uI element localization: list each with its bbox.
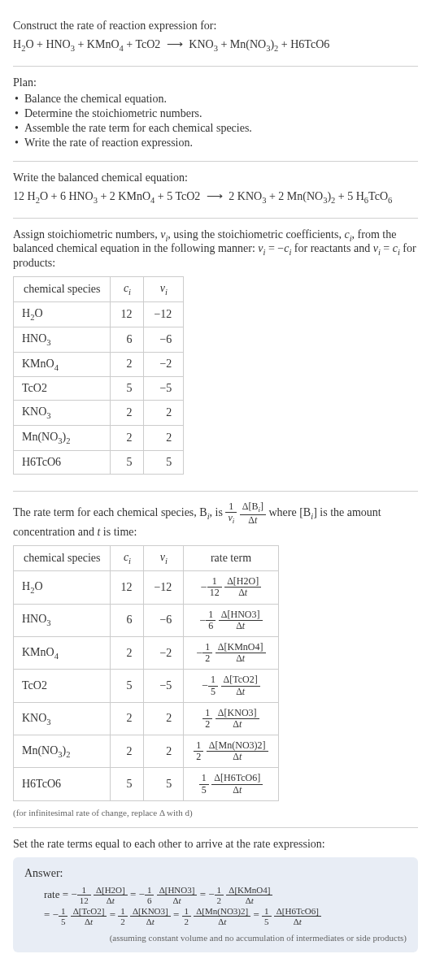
rate-term-section: The rate term for each chemical species,…	[13, 492, 418, 828]
v-cell: 2	[144, 702, 184, 735]
species-cell: KMnO4	[14, 636, 111, 669]
c-cell: 2	[111, 636, 144, 669]
plan-item: Write the rate of reaction expression.	[13, 137, 418, 150]
plan-list: Balance the chemical equation. Determine…	[13, 93, 418, 150]
table-header: ci	[111, 546, 144, 571]
plan-section: Plan: Balance the chemical equation. Det…	[13, 67, 418, 162]
v-cell: −2	[144, 352, 184, 377]
table-row: KNO3 2 2 12 Δ[KNO3]Δt	[14, 702, 279, 735]
species-cell: HNO3	[14, 327, 111, 352]
v-cell: 5	[144, 768, 184, 800]
rate-term-cell: 12 Δ[KNO3]Δt	[184, 702, 278, 735]
table-row: TcO2 5 −5 −15 Δ[TcO2]Δt	[14, 670, 279, 702]
table-header: νi	[144, 546, 184, 571]
c-cell: 2	[111, 401, 144, 426]
answer-note: (assuming constant volume and no accumul…	[24, 933, 407, 943]
rate-term-cell: −12 Δ[KMnO4]Δt	[184, 636, 278, 669]
answer-label: Answer:	[24, 867, 407, 880]
table-row: TcO25−5	[14, 377, 184, 401]
stoich-section: Assign stoichiometric numbers, νi, using…	[13, 219, 418, 492]
plan-item: Determine the stoichiometric numbers.	[13, 107, 418, 120]
c-cell: 2	[111, 735, 144, 768]
plan-label: Plan:	[13, 76, 418, 89]
prompt-text: Construct the rate of reaction expressio…	[13, 20, 418, 33]
balanced-label: Write the balanced chemical equation:	[13, 171, 418, 184]
c-cell: 2	[111, 702, 144, 735]
c-cell: 6	[111, 327, 144, 352]
species-cell: KMnO4	[14, 352, 111, 377]
v-cell: −12	[144, 301, 184, 327]
table-row: KNO322	[14, 401, 184, 426]
species-cell: H2O	[14, 301, 111, 327]
answer-equation: rate = −112 Δ[H2O]Δt = −16 Δ[HNO3]Δt = −…	[24, 885, 407, 926]
v-cell: −6	[144, 327, 184, 352]
v-cell: 2	[144, 426, 184, 451]
answer-box: Answer: rate = −112 Δ[H2O]Δt = −16 Δ[HNO…	[13, 857, 418, 952]
c-cell: 12	[111, 571, 144, 604]
species-cell: TcO2	[14, 670, 111, 702]
set-equal-section: Set the rate terms equal to each other t…	[13, 828, 418, 962]
rate-term-cell: −112 Δ[H2O]Δt	[184, 571, 278, 604]
table-row: H6TcO6 5 5 15 Δ[H6TcO6]Δt	[14, 768, 279, 800]
species-cell: H6TcO6	[14, 450, 111, 474]
species-cell: HNO3	[14, 604, 111, 636]
table-header: rate term	[184, 546, 278, 571]
balanced-equation: 12 H2O + 6 HNO3 + 2 KMnO4 + 5 TcO2 ⟶ 2 K…	[13, 189, 418, 205]
plan-item: Balance the chemical equation.	[13, 93, 418, 106]
species-cell: Mn(NO3)2	[14, 735, 111, 768]
c-cell: 5	[111, 377, 144, 401]
table-header: ci	[111, 277, 144, 302]
balanced-section: Write the balanced chemical equation: 12…	[13, 162, 418, 219]
c-cell: 5	[111, 670, 144, 702]
intro-section: Construct the rate of reaction expressio…	[13, 10, 418, 67]
species-cell: KNO3	[14, 401, 111, 426]
table-row: H6TcO655	[14, 450, 184, 474]
c-cell: 2	[111, 426, 144, 451]
species-cell: KNO3	[14, 702, 111, 735]
stoich-intro: Assign stoichiometric numbers, νi, using…	[13, 228, 418, 271]
rate-term-cell: 12 Δ[Mn(NO3)2]Δt	[184, 735, 278, 768]
v-cell: 2	[144, 401, 184, 426]
unbalanced-equation: H2O + HNO3 + KMnO4 + TcO2 ⟶ KNO3 + Mn(NO…	[13, 37, 418, 53]
rate-term-cell: 15 Δ[H6TcO6]Δt	[184, 768, 278, 800]
table-row: HNO36−6	[14, 327, 184, 352]
plan-item: Assemble the rate term for each chemical…	[13, 122, 418, 135]
table-header: νi	[144, 277, 184, 302]
rate-term-cell: −15 Δ[TcO2]Δt	[184, 670, 278, 702]
v-cell: 5	[144, 450, 184, 474]
table-row: H2O 12 −12 −112 Δ[H2O]Δt	[14, 571, 279, 604]
table-row: H2O12−12	[14, 301, 184, 327]
c-cell: 2	[111, 352, 144, 377]
v-cell: −2	[144, 636, 184, 669]
species-cell: H6TcO6	[14, 768, 111, 800]
v-cell: −5	[144, 670, 184, 702]
species-cell: Mn(NO3)2	[14, 426, 111, 451]
set-equal-text: Set the rate terms equal to each other t…	[13, 838, 418, 851]
rate-prefix: rate =	[44, 888, 71, 900]
species-cell: H2O	[14, 571, 111, 604]
rate-term-table: chemical species ci νi rate term H2O 12 …	[13, 545, 279, 800]
table-row: KMnO4 2 −2 −12 Δ[KMnO4]Δt	[14, 636, 279, 669]
c-cell: 6	[111, 604, 144, 636]
v-cell: −12	[144, 571, 184, 604]
table-row: KMnO42−2	[14, 352, 184, 377]
rate-intro: The rate term for each chemical species,…	[13, 501, 418, 539]
table-row: Mn(NO3)2 2 2 12 Δ[Mn(NO3)2]Δt	[14, 735, 279, 768]
rate-term-cell: −16 Δ[HNO3]Δt	[184, 604, 278, 636]
table-header: chemical species	[14, 277, 111, 302]
v-cell: −5	[144, 377, 184, 401]
stoich-table: chemical species ci νi H2O12−12 HNO36−6 …	[13, 276, 184, 475]
c-cell: 5	[111, 768, 144, 800]
c-cell: 12	[111, 301, 144, 327]
v-cell: 2	[144, 735, 184, 768]
infinitesimal-note: (for infinitesimal rate of change, repla…	[13, 808, 418, 817]
table-row: Mn(NO3)222	[14, 426, 184, 451]
table-header: chemical species	[14, 546, 111, 571]
c-cell: 5	[111, 450, 144, 474]
v-cell: −6	[144, 604, 184, 636]
table-row: HNO3 6 −6 −16 Δ[HNO3]Δt	[14, 604, 279, 636]
species-cell: TcO2	[14, 377, 111, 401]
